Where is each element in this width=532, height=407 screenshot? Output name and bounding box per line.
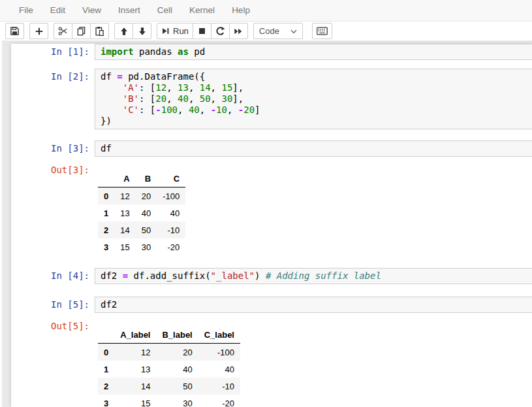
table-cell: 13: [114, 204, 135, 221]
table-cell: -10: [198, 378, 240, 395]
cut-cell-button[interactable]: [54, 23, 72, 39]
scissors-icon: [58, 26, 68, 36]
column-header-cell: C: [157, 170, 185, 187]
keyboard-icon: [317, 27, 328, 35]
index-header-cell: [98, 170, 114, 187]
notebook-cell[interactable]: In [5]:df2Out[5]:A_labelB_labelC_label01…: [11, 297, 532, 407]
table-cell: 12: [114, 344, 156, 361]
cell-output-row: Out[3]:ABC01220-100113404021450-1031530-…: [11, 162, 532, 255]
refresh-icon: [215, 26, 225, 36]
add-cell-button[interactable]: [29, 23, 48, 39]
cell-output-row: Out[5]:A_labelB_labelC_label01220-100113…: [11, 318, 532, 407]
table-header-row: A_labelB_labelC_label: [98, 326, 240, 344]
table-cell: 15: [114, 395, 156, 407]
index-header-cell: [98, 326, 114, 344]
notebook-cell[interactable]: In [3]:dfOut[3]:ABC01220-100113404021450…: [11, 140, 532, 255]
menu-cell[interactable]: Cell: [149, 0, 181, 21]
command-palette-button[interactable]: [312, 23, 332, 39]
code-line: df = pd.DataFrame({: [101, 71, 527, 82]
run-cell-button[interactable]: Run: [157, 23, 193, 39]
menu-help[interactable]: Help: [223, 0, 258, 21]
row-index-cell: 1: [98, 204, 114, 221]
input-prompt: In [1]:: [11, 44, 95, 57]
table-row: 01220-100: [98, 344, 240, 361]
table-cell: 20: [136, 187, 157, 205]
cell-type-select[interactable]: Code: [253, 23, 303, 39]
table-row: 01220-100: [98, 187, 185, 205]
output-area: A_labelB_labelC_label01220-1001134040214…: [95, 318, 240, 407]
code-line: import pandas as pd: [101, 46, 527, 57]
code-editor[interactable]: df2: [95, 297, 532, 313]
table-cell: 40: [156, 361, 198, 378]
row-index-cell: 3: [98, 238, 114, 255]
table-cell: 30: [136, 238, 157, 255]
column-header-cell: B_label: [156, 326, 198, 344]
code-editor[interactable]: import pandas as pd: [95, 44, 532, 60]
column-header-cell: A_label: [114, 326, 156, 344]
table-row: 21450-10: [98, 221, 185, 238]
paste-cell-button[interactable]: [90, 23, 109, 39]
column-header-cell: B: [136, 170, 157, 187]
code-line: 'A': [12, 13, 14, 15],: [101, 82, 527, 93]
cell-input-row: In [3]:df: [11, 140, 532, 157]
arrow-up-icon: [119, 27, 129, 36]
notebook-cell[interactable]: In [4]:df2 = df.add_suffix("_label") # A…: [11, 268, 532, 284]
column-header-cell: C_label: [198, 326, 240, 344]
save-button[interactable]: [5, 23, 24, 39]
menu-bar: File Edit View Insert Cell Kernel Help: [0, 0, 532, 22]
move-cell-down-button[interactable]: [133, 23, 151, 39]
column-header-cell: A: [114, 170, 135, 187]
menu-edit[interactable]: Edit: [42, 0, 74, 21]
table-cell: 40: [157, 204, 185, 221]
table-cell: 14: [114, 221, 135, 238]
input-prompt: In [2]:: [11, 69, 95, 82]
fast-forward-icon: [234, 27, 243, 36]
cell-input-row: In [1]:import pandas as pd: [11, 44, 532, 60]
copy-icon: [76, 26, 86, 36]
row-index-cell: 2: [98, 221, 114, 238]
stop-icon: [198, 27, 206, 35]
save-icon: [10, 26, 20, 36]
dataframe-table: ABC01220-100113404021450-1031530-20: [98, 170, 185, 255]
output-prompt: Out[3]:: [11, 162, 95, 255]
menu-file[interactable]: File: [10, 0, 42, 21]
notebook-container: In [1]:import pandas as pdIn [2]:df = pd…: [11, 44, 532, 407]
table-row: 1134040: [98, 204, 185, 221]
code-editor[interactable]: df2 = df.add_suffix("_label") # Adding s…: [95, 268, 532, 284]
table-row: 1134040: [98, 361, 240, 378]
menu-view[interactable]: View: [74, 0, 110, 21]
menu-kernel[interactable]: Kernel: [181, 0, 223, 21]
arrow-down-icon: [138, 27, 147, 36]
code-line: 'B': [20, 40, 50, 30],: [101, 93, 527, 105]
step-forward-icon: [161, 27, 170, 35]
code-line: df2 = df.add_suffix("_label") # Adding s…: [101, 270, 527, 282]
cell-input-row: In [4]:df2 = df.add_suffix("_label") # A…: [11, 268, 532, 284]
code-line: 'C': [-100, 40, -10, -20]: [101, 105, 527, 116]
move-cell-up-button[interactable]: [114, 23, 133, 39]
menu-insert[interactable]: Insert: [110, 0, 149, 21]
row-index-cell: 1: [98, 361, 114, 378]
notebook-cells: In [1]:import pandas as pdIn [2]:df = pd…: [11, 44, 532, 407]
notebook-cell[interactable]: In [2]:df = pd.DataFrame({ 'A': [12, 13,…: [11, 69, 532, 129]
table-cell: -100: [198, 344, 240, 361]
table-cell: 40: [136, 204, 157, 221]
plus-icon: [35, 27, 44, 36]
chevron-down-icon: [290, 26, 297, 36]
code-line: df2: [101, 299, 527, 310]
notebook-site: In [1]:import pandas as pdIn [2]:df = pd…: [0, 41, 532, 407]
table-cell: 50: [156, 378, 198, 395]
code-editor[interactable]: df = pd.DataFrame({ 'A': [12, 13, 14, 15…: [95, 69, 532, 129]
restart-kernel-button[interactable]: [211, 23, 230, 39]
table-row: 31530-20: [98, 238, 185, 255]
notebook-cell[interactable]: In [1]:import pandas as pd: [11, 44, 532, 60]
code-editor[interactable]: df: [95, 140, 532, 157]
interrupt-kernel-button[interactable]: [193, 23, 211, 39]
table-row: 21450-10: [98, 378, 240, 395]
table-cell: -20: [198, 395, 240, 407]
restart-run-all-button[interactable]: [229, 23, 248, 39]
table-cell: 14: [114, 378, 156, 395]
paste-icon: [95, 26, 104, 36]
cell-input-row: In [5]:df2: [11, 297, 532, 313]
copy-cell-button[interactable]: [72, 23, 91, 39]
row-index-cell: 2: [98, 378, 114, 395]
